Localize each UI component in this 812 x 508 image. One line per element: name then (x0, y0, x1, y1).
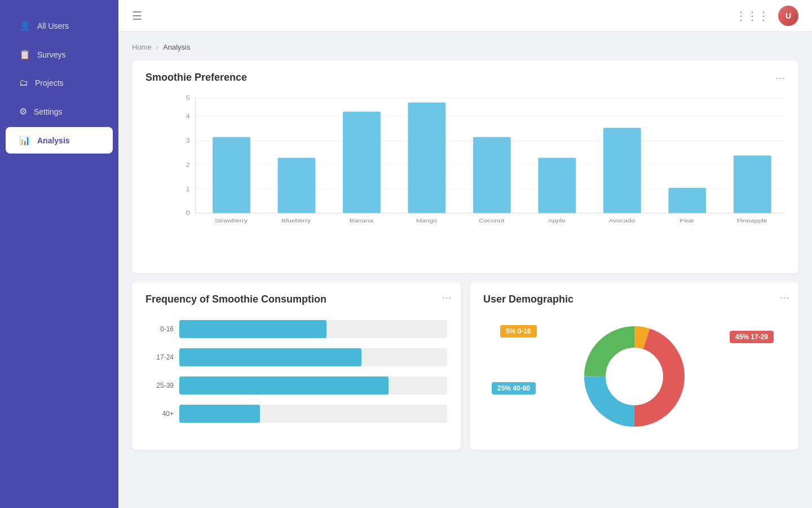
svg-text:1: 1 (186, 186, 190, 192)
demo-label-40-60: 25% 40-60 (492, 383, 536, 393)
sidebar-item-surveys[interactable]: 📋 Surveys (6, 41, 113, 68)
svg-text:Strawberry: Strawberry (214, 218, 248, 224)
smoothie-chart-title: Smoothie Preference (145, 72, 785, 84)
breadcrumb-separator: › (156, 43, 158, 51)
svg-rect-27 (668, 188, 706, 213)
frequency-card: Frequency of Smoothie Consumption ⋯ 0-16… (132, 282, 461, 450)
frequency-chart-title: Frequency of Smoothie Consumption (145, 294, 447, 305)
hbar-row-17-24: 17-24 (145, 348, 447, 366)
smoothie-card-inner: Smoothie Preference ⋯ 0 (145, 72, 785, 262)
sidebar-item-projects[interactable]: 🗂 Projects (6, 70, 113, 96)
svg-point-36 (606, 348, 663, 405)
smoothie-chart-menu[interactable]: ⋯ (775, 72, 785, 84)
header-right: ⋮⋮⋮ U (735, 6, 798, 26)
svg-rect-15 (277, 158, 315, 213)
svg-text:0: 0 (186, 210, 190, 217)
frequency-hbar-chart: 0-16 17-24 25-39 (145, 314, 447, 439)
hbar-label-25-39: 25-39 (145, 382, 174, 389)
svg-text:Blueberry: Blueberry (281, 218, 311, 224)
svg-rect-19 (408, 102, 445, 213)
svg-text:Avocado: Avocado (608, 218, 635, 224)
svg-rect-13 (213, 137, 250, 213)
svg-rect-25 (603, 128, 641, 213)
surveys-icon: 📋 (19, 49, 30, 60)
svg-text:3: 3 (186, 138, 190, 144)
smoothie-chart-svg: 0 1 2 3 4 5 Strawberry Blueberry (168, 93, 785, 239)
breadcrumb: Home › Analysis (132, 43, 798, 51)
projects-icon: 🗂 (19, 78, 28, 88)
svg-text:Apple: Apple (548, 218, 566, 224)
users-icon: 👤 (19, 20, 30, 31)
svg-text:Pineapple: Pineapple (737, 218, 767, 224)
smoothie-bar-chart: 0 1 2 3 4 5 Strawberry Blueberry (145, 93, 785, 262)
svg-rect-17 (343, 112, 381, 213)
main-content: ☰ ⋮⋮⋮ U Home › Analysis Smoothie Prefere… (118, 0, 812, 508)
svg-text:2: 2 (186, 161, 189, 168)
svg-rect-29 (734, 155, 771, 213)
demo-label-0-16: 5% 0-16 (500, 326, 537, 336)
svg-text:Banana: Banana (350, 218, 373, 224)
hbar-label-17-24: 17-24 (145, 353, 174, 361)
svg-text:4: 4 (186, 113, 190, 120)
hbar-row-40plus: 40+ (145, 405, 447, 423)
hbar-track-17-24 (179, 348, 447, 366)
content-area: Home › Analysis Smoothie Preference ⋯ (118, 32, 812, 508)
settings-icon: ⚙ (19, 106, 27, 117)
svg-text:Coconut: Coconut (479, 218, 504, 224)
breadcrumb-current: Analysis (163, 43, 190, 51)
hbar-fill-0-16 (179, 320, 326, 338)
frequency-chart-menu[interactable]: ⋯ (442, 291, 452, 304)
sidebar-item-analysis[interactable]: 📊 Analysis (6, 127, 113, 154)
hbar-row-0-16: 0-16 (145, 320, 447, 338)
breadcrumb-home[interactable]: Home (132, 43, 152, 51)
hbar-fill-17-24 (179, 348, 361, 366)
grid-icon[interactable]: ⋮⋮⋮ (735, 9, 769, 23)
demographic-chart-menu[interactable]: ⋯ (779, 291, 789, 304)
sidebar: 👤 All Users 📋 Surveys 🗂 Projects ⚙ Setti… (0, 0, 118, 508)
header: ☰ ⋮⋮⋮ U (118, 0, 812, 32)
menu-icon[interactable]: ☰ (132, 9, 142, 23)
svg-rect-21 (473, 137, 511, 213)
demographic-chart-title: User Demographic (483, 294, 785, 305)
svg-text:5: 5 (186, 95, 190, 102)
bottom-row: Frequency of Smoothie Consumption ⋯ 0-16… (132, 282, 798, 450)
svg-text:Mango: Mango (416, 218, 437, 224)
hbar-fill-40plus (179, 405, 260, 423)
donut-container: 5% 0-16 45% 17-29 25% 40-60 (483, 314, 785, 439)
svg-text:Pear: Pear (679, 218, 694, 224)
hbar-label-40plus: 40+ (145, 410, 174, 418)
header-left: ☰ (132, 9, 142, 23)
hbar-track-0-16 (179, 320, 447, 338)
hbar-label-0-16: 0-16 (145, 325, 174, 333)
svg-rect-23 (538, 158, 576, 213)
donut-chart-svg (578, 320, 691, 433)
hbar-row-25-39: 25-39 (145, 376, 447, 395)
smoothie-preference-card: Smoothie Preference ⋯ 0 (132, 60, 798, 273)
sidebar-item-settings[interactable]: ⚙ Settings (6, 98, 113, 125)
avatar[interactable]: U (778, 6, 798, 26)
hbar-track-25-39 (179, 376, 447, 395)
hbar-fill-25-39 (179, 376, 389, 395)
demographic-card: User Demographic ⋯ (470, 282, 798, 450)
sidebar-item-all-users[interactable]: 👤 All Users (6, 12, 113, 39)
demo-label-17-29: 45% 17-29 (730, 331, 774, 341)
hbar-track-40plus (179, 405, 447, 423)
analysis-icon: 📊 (19, 135, 30, 146)
